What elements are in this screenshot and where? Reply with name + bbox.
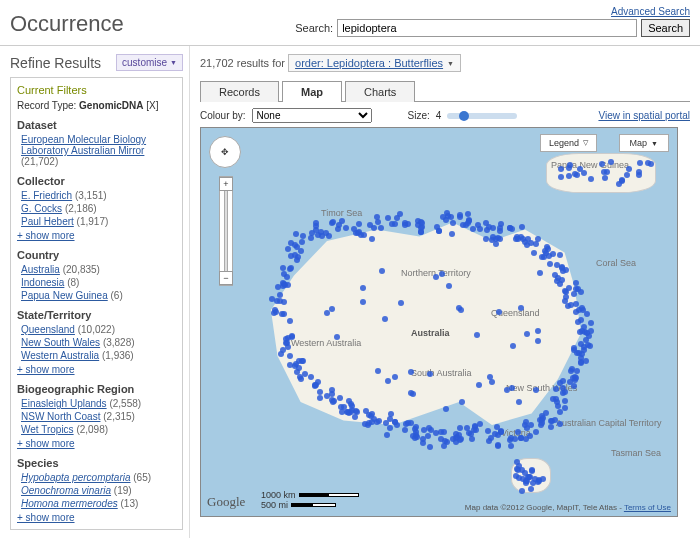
occurrence-dot[interactable] <box>504 387 510 393</box>
occurrence-dot[interactable] <box>524 331 530 337</box>
occurrence-dot[interactable] <box>457 437 463 443</box>
occurrence-dot[interactable] <box>530 480 536 486</box>
occurrence-dot[interactable] <box>573 286 579 292</box>
occurrence-dot[interactable] <box>334 334 340 340</box>
occurrence-dot[interactable] <box>292 252 298 258</box>
occurrence-dot[interactable] <box>287 318 293 324</box>
occurrence-dot[interactable] <box>309 230 315 236</box>
occurrence-dot[interactable] <box>383 420 389 426</box>
occurrence-dot[interactable] <box>558 166 564 172</box>
occurrence-dot[interactable] <box>445 213 451 219</box>
occurrence-dot[interactable] <box>277 292 283 298</box>
occurrence-dot[interactable] <box>533 429 539 435</box>
occurrence-dot[interactable] <box>518 435 524 441</box>
occurrence-dot[interactable] <box>284 340 290 346</box>
facet-link[interactable]: Wet Tropics <box>21 424 74 435</box>
occurrence-dot[interactable] <box>387 425 393 431</box>
occurrence-dot[interactable] <box>335 226 341 232</box>
occurrence-dot[interactable] <box>604 169 610 175</box>
facet-link[interactable]: E. Friedrich <box>21 190 72 201</box>
occurrence-dot[interactable] <box>384 432 390 438</box>
remove-filter-link[interactable]: [X] <box>146 100 158 111</box>
occurrence-dot[interactable] <box>599 161 605 167</box>
occurrence-dot[interactable] <box>343 225 349 231</box>
occurrence-dot[interactable] <box>562 398 568 404</box>
customise-button[interactable]: customise ▼ <box>116 54 183 71</box>
occurrence-dot[interactable] <box>382 316 388 322</box>
occurrence-dot[interactable] <box>275 284 281 290</box>
occurrence-dot[interactable] <box>552 417 558 423</box>
occurrence-dot[interactable] <box>457 425 463 431</box>
occurrence-dot[interactable] <box>324 310 330 316</box>
occurrence-dot[interactable] <box>588 320 594 326</box>
pan-control[interactable]: ✥ <box>209 136 241 168</box>
facet-link[interactable]: Hypobapta percomptaria <box>21 472 131 483</box>
occurrence-dot[interactable] <box>496 309 502 315</box>
slider-knob[interactable] <box>459 111 469 121</box>
occurrence-dot[interactable] <box>602 175 608 181</box>
search-button[interactable]: Search <box>641 19 690 37</box>
zoom-in-button[interactable]: + <box>219 177 233 191</box>
occurrence-dot[interactable] <box>456 305 462 311</box>
query-link[interactable]: order: Lepidoptera : Butterflies <box>295 57 443 69</box>
colour-by-select[interactable]: None <box>252 108 372 123</box>
occurrence-dot[interactable] <box>288 240 294 246</box>
occurrence-dot[interactable] <box>571 291 577 297</box>
occurrence-dot[interactable] <box>374 214 380 220</box>
occurrence-dot[interactable] <box>527 474 533 480</box>
facet-link[interactable]: Homona mermerodes <box>21 498 118 509</box>
occurrence-dot[interactable] <box>519 224 525 230</box>
occurrence-dot[interactable] <box>465 220 471 226</box>
occurrence-dot[interactable] <box>581 347 587 353</box>
occurrence-dot[interactable] <box>558 174 564 180</box>
occurrence-dot[interactable] <box>457 214 463 220</box>
occurrence-dot[interactable] <box>510 343 516 349</box>
occurrence-dot[interactable] <box>427 444 433 450</box>
occurrence-dot[interactable] <box>375 368 381 374</box>
occurrence-dot[interactable] <box>579 305 585 311</box>
occurrence-dot[interactable] <box>279 311 285 317</box>
query-pill[interactable]: order: Lepidoptera : Butterflies ▼ <box>288 54 461 72</box>
occurrence-dot[interactable] <box>637 160 643 166</box>
facet-link[interactable]: Queensland <box>21 324 75 335</box>
occurrence-dot[interactable] <box>490 225 496 231</box>
occurrence-dot[interactable] <box>573 280 579 286</box>
facet-link[interactable]: Paul Hebert <box>21 216 74 227</box>
occurrence-dot[interactable] <box>341 404 347 410</box>
occurrence-dot[interactable] <box>477 226 483 232</box>
facet-link[interactable]: NSW North Coast <box>21 411 100 422</box>
occurrence-dot[interactable] <box>531 250 537 256</box>
occurrence-dot[interactable] <box>525 236 531 242</box>
spatial-portal-link[interactable]: View in spatial portal <box>598 110 690 121</box>
facet-link[interactable]: Einasleigh Uplands <box>21 398 107 409</box>
occurrence-dot[interactable] <box>548 424 554 430</box>
occurrence-dot[interactable] <box>369 236 375 242</box>
occurrence-dot[interactable] <box>483 236 489 242</box>
terms-link[interactable]: Terms of Use <box>624 503 671 512</box>
occurrence-dot[interactable] <box>378 225 384 231</box>
occurrence-dot[interactable] <box>563 294 569 300</box>
facet-link[interactable]: Indonesia <box>21 277 64 288</box>
occurrence-dot[interactable] <box>402 220 408 226</box>
facet-link[interactable]: Australia <box>21 264 60 275</box>
show-more-link[interactable]: + show more <box>17 512 75 523</box>
show-more-link[interactable]: + show more <box>17 230 75 241</box>
occurrence-dot[interactable] <box>497 225 503 231</box>
tab-charts[interactable]: Charts <box>345 81 415 102</box>
occurrence-dot[interactable] <box>300 233 306 239</box>
occurrence-dot[interactable] <box>533 241 539 247</box>
occurrence-dot[interactable] <box>441 443 447 449</box>
occurrence-dot[interactable] <box>519 488 525 494</box>
occurrence-dot[interactable] <box>308 374 314 380</box>
occurrence-dot[interactable] <box>280 265 286 271</box>
occurrence-dot[interactable] <box>587 343 593 349</box>
facet-link[interactable]: Oenochroma vinaria <box>21 485 111 496</box>
occurrence-dot[interactable] <box>285 282 291 288</box>
facet-link[interactable]: G. Cocks <box>21 203 62 214</box>
occurrence-dot[interactable] <box>293 231 299 237</box>
advanced-search-link[interactable]: Advanced Search <box>611 6 690 17</box>
occurrence-dot[interactable] <box>313 223 319 229</box>
facet-link[interactable]: Western Australia <box>21 350 99 361</box>
show-more-link[interactable]: + show more <box>17 438 75 449</box>
occurrence-dot[interactable] <box>574 368 580 374</box>
